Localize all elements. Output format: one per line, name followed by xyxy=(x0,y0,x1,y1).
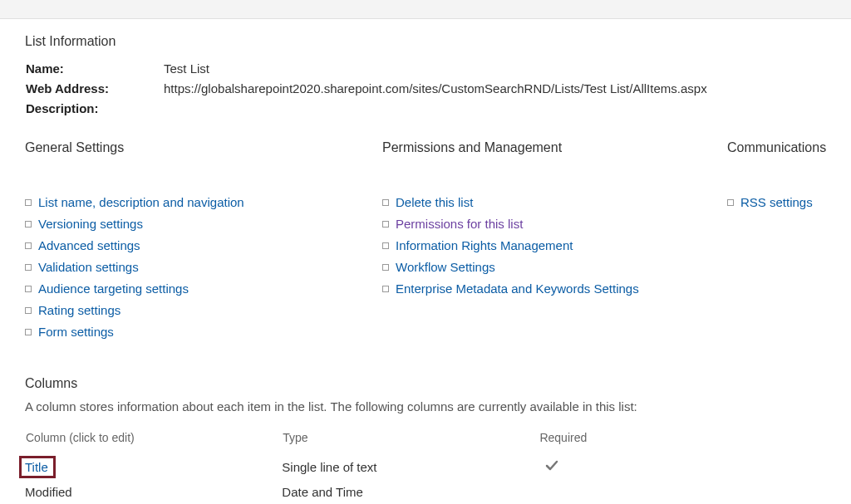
bullet-icon xyxy=(25,264,32,271)
bullet-icon xyxy=(382,242,389,249)
permissions-link-list: Delete this list Permissions for this li… xyxy=(382,195,727,296)
link-list-name-description[interactable]: List name, description and navigation xyxy=(38,195,244,209)
column-type-value: Date and Time xyxy=(282,482,539,502)
info-name-value: Test List xyxy=(163,61,708,81)
link-audience-targeting[interactable]: Audience targeting settings xyxy=(38,281,189,296)
link-info-rights-mgmt[interactable]: Information Rights Management xyxy=(396,238,573,252)
link-form-settings[interactable]: Form settings xyxy=(38,325,114,339)
list-item: Enterprise Metadata and Keywords Setting… xyxy=(382,281,727,296)
column-required-value xyxy=(539,482,623,502)
info-web-label: Web Address: xyxy=(25,81,163,100)
bullet-icon xyxy=(382,199,389,206)
bullet-icon xyxy=(25,286,32,292)
list-item: Validation settings xyxy=(25,260,382,274)
info-web-value: https://globalsharepoint2020.sharepoint.… xyxy=(163,81,708,100)
list-item: Versioning settings xyxy=(25,217,382,231)
bullet-icon xyxy=(25,242,32,249)
list-item: Information Rights Management xyxy=(382,238,727,252)
highlight-box: Title xyxy=(19,456,56,478)
general-link-list: List name, description and navigation Ve… xyxy=(25,195,382,339)
column-required-value xyxy=(539,453,623,482)
link-rss-settings[interactable]: RSS settings xyxy=(740,195,813,209)
info-name-label: Name: xyxy=(25,61,163,81)
info-desc-label: Description: xyxy=(25,100,163,120)
communications-heading: Communications xyxy=(727,140,835,155)
link-workflow-settings[interactable]: Workflow Settings xyxy=(396,260,495,274)
link-permissions-for-list[interactable]: Permissions for this list xyxy=(396,217,523,231)
bullet-icon xyxy=(25,199,32,206)
link-delete-list[interactable]: Delete this list xyxy=(396,195,473,209)
list-item: Delete this list xyxy=(382,195,727,209)
bullet-icon xyxy=(25,221,32,228)
info-table: Name: Test List Web Address: https://glo… xyxy=(25,61,708,120)
table-row: Title Single line of text xyxy=(25,453,623,482)
check-icon xyxy=(545,459,558,472)
list-item: Audience targeting settings xyxy=(25,281,382,296)
columns-heading: Columns xyxy=(25,376,848,391)
info-desc-value xyxy=(163,100,708,120)
link-enterprise-metadata[interactable]: Enterprise Metadata and Keywords Setting… xyxy=(396,281,639,296)
column-type-value: Single line of text xyxy=(282,453,539,482)
list-item: Rating settings xyxy=(25,303,382,317)
column-link-title[interactable]: Title xyxy=(25,460,48,474)
window-top-bar xyxy=(0,0,851,19)
list-item: List name, description and navigation xyxy=(25,195,382,209)
bullet-icon xyxy=(25,329,32,335)
bullet-icon xyxy=(382,264,389,271)
columns-section: Columns A column stores information abou… xyxy=(25,376,848,502)
column-link-modified[interactable]: Modified xyxy=(25,485,72,499)
columns-header-type: Type xyxy=(282,430,539,453)
link-rating-settings[interactable]: Rating settings xyxy=(38,303,121,317)
list-item: Permissions for this list xyxy=(382,217,727,231)
columns-table: Column (click to edit) Type Required Tit… xyxy=(25,430,623,502)
list-item: RSS settings xyxy=(727,195,835,209)
communications-link-list: RSS settings xyxy=(727,195,835,209)
link-validation-settings[interactable]: Validation settings xyxy=(38,260,139,274)
permissions-heading: Permissions and Management xyxy=(382,140,727,155)
columns-header-name: Column (click to edit) xyxy=(25,430,282,453)
columns-header-required: Required xyxy=(539,430,623,453)
general-settings-heading: General Settings xyxy=(25,140,382,155)
permissions-col: Permissions and Management Delete this l… xyxy=(382,140,727,346)
page-content: List Information Name: Test List Web Add… xyxy=(0,19,848,502)
columns-description: A column stores information about each i… xyxy=(25,399,848,413)
list-item: Workflow Settings xyxy=(382,260,727,274)
list-item: Form settings xyxy=(25,325,382,339)
bullet-icon xyxy=(727,199,734,206)
general-settings-col: General Settings List name, description … xyxy=(25,140,382,346)
bullet-icon xyxy=(25,307,32,314)
link-advanced-settings[interactable]: Advanced settings xyxy=(38,238,140,252)
table-row: Modified Date and Time xyxy=(25,482,623,502)
link-versioning-settings[interactable]: Versioning settings xyxy=(38,217,143,231)
communications-col: Communications RSS settings xyxy=(727,140,835,346)
settings-columns-row: General Settings List name, description … xyxy=(25,140,848,346)
bullet-icon xyxy=(382,221,389,228)
list-information-heading: List Information xyxy=(25,34,848,49)
bullet-icon xyxy=(382,286,389,292)
list-item: Advanced settings xyxy=(25,238,382,252)
